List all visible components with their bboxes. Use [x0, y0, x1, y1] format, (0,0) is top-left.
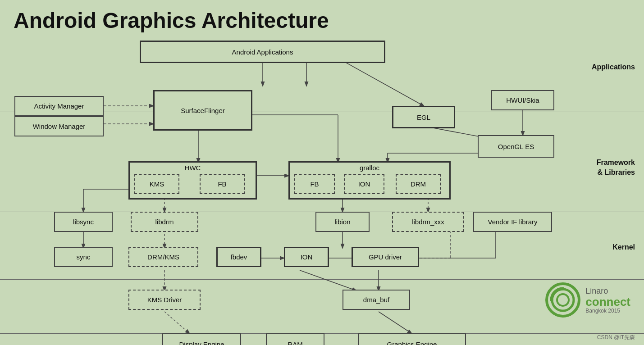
kernel-label: Kernel — [612, 243, 635, 251]
ion-gralloc-box: ION — [344, 174, 384, 194]
window-manager-box: Window Manager — [14, 116, 104, 136]
activity-manager-box: Activity Manager — [14, 96, 104, 116]
ram-box: RAM — [266, 333, 324, 345]
applications-label: Applications — [592, 63, 635, 71]
libdrm-xxx-box: libdrm_xxx — [392, 212, 464, 232]
graphics-engine-box: Graphics Engine — [358, 333, 466, 345]
vendor-if-box: Vendor IF library — [473, 212, 552, 232]
svg-line-29 — [300, 270, 356, 291]
hwui-skia-box: HWUI/Skia — [491, 90, 554, 110]
egl-box: EGL — [392, 106, 455, 128]
opengl-es-box: OpenGL ES — [478, 135, 554, 158]
display-engine-box: Display Engine — [162, 333, 241, 345]
android-applications-box: Android Applications — [140, 41, 385, 63]
main-title: Android Graphics Architecture — [0, 0, 644, 33]
linaro-name: Linaro — [585, 286, 630, 296]
kms-driver-box: KMS Driver — [128, 290, 201, 310]
sync-box: sync — [54, 247, 113, 267]
svg-point-34 — [557, 294, 569, 306]
framework-label: Framework& Libraries — [597, 158, 635, 178]
fbdev-box: fbdev — [216, 247, 261, 267]
kms-hwc-box: KMS — [134, 174, 179, 194]
dma-buf-box: dma_buf — [343, 290, 410, 310]
divider-3 — [0, 279, 644, 280]
linaro-connect: connect — [585, 296, 630, 308]
gralloc-box: gralloc FB ION DRM — [288, 161, 451, 200]
libsync-box: libsync — [54, 212, 113, 232]
linaro-circle-icon — [545, 282, 581, 318]
gpu-driver-box: GPU driver — [352, 247, 419, 267]
fb-hwc-box: FB — [200, 174, 245, 194]
svg-line-19 — [164, 312, 189, 333]
svg-line-31 — [340, 59, 424, 106]
linaro-logo: Linaro connect Bangkok 2015 — [545, 282, 630, 318]
linaro-event: Bangkok 2015 — [585, 308, 630, 314]
drm-kms-box: DRM/KMS — [128, 247, 198, 267]
surface-flinger-box: SurfaceFlinger — [153, 90, 252, 131]
libdrm-box: libdrm — [131, 212, 198, 232]
ion-kernel-box: ION — [284, 247, 329, 267]
hwc-box: HWC KMS FB — [128, 161, 257, 200]
drm-gralloc-box: DRM — [396, 174, 441, 194]
libion-box: libion — [315, 212, 370, 232]
svg-line-27 — [379, 312, 411, 333]
fb-gralloc-box: FB — [294, 174, 335, 194]
linaro-text-block: Linaro connect Bangkok 2015 — [585, 286, 630, 314]
csdn-credit: CSDN @IT先森 — [597, 334, 635, 341]
